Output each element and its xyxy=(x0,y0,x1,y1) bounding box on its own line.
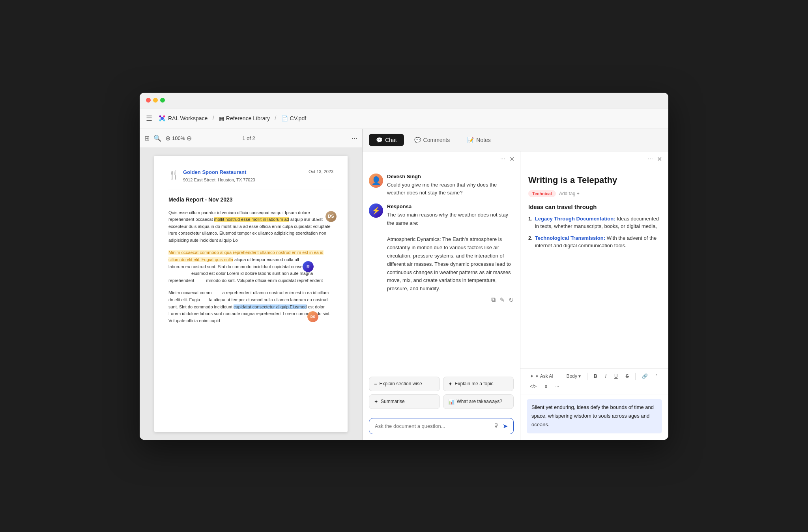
chat-close-icon[interactable]: ✕ xyxy=(509,155,514,163)
notes-tab-icon: 📝 xyxy=(467,137,474,143)
notes-header-icons: ··· ✕ xyxy=(648,155,662,163)
ai-response-body: Atmospheric Dynamics: The Earth's atmosp… xyxy=(387,236,511,291)
list-item-2-num: 2. xyxy=(528,234,533,250)
body-dropdown[interactable]: Body ▾ xyxy=(563,372,584,381)
pdf-date: Oct 13, 2023 xyxy=(309,168,333,175)
zoom-in-icon[interactable]: ⊕ xyxy=(165,134,170,142)
underline-btn[interactable]: U xyxy=(611,372,621,381)
pdf-search-icon[interactable]: 🔍 xyxy=(153,134,161,142)
list-btn[interactable]: ≡ xyxy=(541,382,550,391)
ref-lib-nav[interactable]: ▦ Reference Library xyxy=(219,115,270,121)
list-item-2-text: Technological Transmission: With the adv… xyxy=(535,234,660,250)
ask-ai-btn[interactable]: ✦ ✦ Ask AI xyxy=(527,372,557,381)
ai-message: ⚡ Responsa The two main reasons why the … xyxy=(369,203,514,304)
link-btn[interactable]: 🔗 xyxy=(639,372,651,381)
list-item-1: 1. Legacy Through Documentation: Ideas d… xyxy=(528,215,660,230)
suggest-takeaways-label: What are takeaways? xyxy=(457,399,502,404)
notes-more-icon[interactable]: ··· xyxy=(648,155,653,163)
zoom-out-icon[interactable]: ⊖ xyxy=(187,134,192,142)
strikethrough-btn[interactable]: S xyxy=(623,372,632,381)
suggest-takeaways[interactable]: 📊 What are takeaways? xyxy=(443,394,514,409)
pdf-para-2: Minim occaecat commodo aliqua reprehende… xyxy=(168,249,333,284)
close-button[interactable] xyxy=(146,98,151,103)
list-item-1-text: Legacy Through Documentation: Ideas docu… xyxy=(535,215,660,230)
suggest-summarise-label: Summarise xyxy=(381,399,405,404)
pdf-divider xyxy=(168,190,333,190)
quote-icon: " xyxy=(656,373,657,379)
refresh-action-icon[interactable]: ↻ xyxy=(509,296,514,304)
mic-icon[interactable]: 🎙 xyxy=(493,422,499,430)
technical-tag: Technical xyxy=(528,190,556,197)
titlebar xyxy=(140,93,668,108)
pdf-para-1: Quis esse cillum pariatur id veniam offi… xyxy=(168,209,333,244)
para1-highlight: mollit nostrud esse mollit in laborum ad xyxy=(214,217,289,222)
notes-highlighted-text: Silent yet enduring, ideas defy the boun… xyxy=(527,399,662,433)
italic-btn[interactable]: I xyxy=(602,372,610,381)
chat-more-icon[interactable]: ··· xyxy=(500,155,505,163)
notes-close-icon[interactable]: ✕ xyxy=(657,155,662,163)
notes-panel: ··· ✕ Writing is a Telepathy Technical A… xyxy=(520,151,668,440)
suggest-explain-section[interactable]: ≡ Explain section wise xyxy=(369,377,440,391)
chat-suggestions: ≡ Explain section wise ✦ Explain me a to… xyxy=(363,372,520,414)
suggest-explain-topic[interactable]: ✦ Explain me a topic xyxy=(443,377,514,391)
suggest-summarise-icon: ✦ xyxy=(374,399,378,405)
user-avatar-img: 👤 xyxy=(371,176,381,185)
copy-action-icon[interactable]: ⧉ xyxy=(491,296,496,304)
tab-notes[interactable]: 📝 Notes xyxy=(460,134,498,146)
maximize-button[interactable] xyxy=(160,98,165,103)
suggest-explain-topic-icon: ✦ xyxy=(448,381,453,387)
toolbar-more-btn[interactable]: ··· xyxy=(552,382,562,391)
tab-comments[interactable]: 💬 Comments xyxy=(407,134,457,146)
pdf-icon: 📄 xyxy=(281,115,288,121)
pdf-report-title: Media Report - Nov 2023 xyxy=(168,196,333,204)
para3-before: Minim occaecat comm xyxy=(168,290,211,295)
svg-point-3 xyxy=(159,119,161,121)
edit-action-icon[interactable]: ✎ xyxy=(499,296,505,304)
ai-message-actions: ⧉ ✎ ↻ xyxy=(387,296,514,304)
pdf-name-label: CV.pdf xyxy=(290,115,307,121)
legacy-link: Legacy Through Documentation: xyxy=(535,216,615,222)
svg-point-1 xyxy=(159,116,161,118)
minimize-button[interactable] xyxy=(153,98,158,103)
suggest-explain-topic-label: Explain me a topic xyxy=(455,381,494,386)
add-tag-btn[interactable]: Add tag + xyxy=(559,191,580,196)
body-label: Body xyxy=(567,373,577,379)
send-icon[interactable]: ➤ xyxy=(503,422,508,430)
underline-icon: U xyxy=(614,373,618,379)
notes-content: Writing is a Telepathy Technical Add tag… xyxy=(520,167,668,369)
chat-panel: ··· ✕ 👤 Devesh Singh Could you xyxy=(363,151,520,440)
ask-ai-label: ✦ Ask AI xyxy=(535,373,554,379)
pdf-nav[interactable]: 📄 CV.pdf xyxy=(281,115,307,121)
notes-toolbar: ✦ ✦ Ask AI Body ▾ B I xyxy=(520,368,668,394)
suggest-summarise[interactable]: ✦ Summarise xyxy=(369,394,440,409)
ask-ai-icon: ✦ xyxy=(530,373,534,379)
restaurant-info: 🍴 Golden Spoon Restaurant 9012 East Stre… xyxy=(168,168,255,183)
zoom-level: 100% xyxy=(172,135,185,141)
pdf-more-icon[interactable]: ··· xyxy=(352,134,357,142)
chat-input-field[interactable] xyxy=(375,423,490,429)
menu-icon[interactable]: ☰ xyxy=(146,114,152,123)
user-message: 👤 Devesh Singh Could you give me the rea… xyxy=(369,174,514,198)
toolbar-sep-1 xyxy=(560,373,560,380)
ai-avatar-icon: ⚡ xyxy=(372,206,380,215)
chat-input-box[interactable]: 🎙 ➤ xyxy=(369,418,514,434)
bold-btn[interactable]: B xyxy=(591,372,600,381)
navbar: ☰ RAL Workspace / ▦ Reference Library / … xyxy=(140,108,668,129)
notes-tab-label: Notes xyxy=(476,137,491,143)
ai-response-intro: The two main reasons why the weather doe… xyxy=(387,211,514,293)
nav-sep-2: / xyxy=(275,115,276,122)
pdf-content: 🍴 Golden Spoon Restaurant 9012 East Stre… xyxy=(140,148,362,440)
brand-name: RAL Workspace xyxy=(168,115,208,121)
strikethrough-icon: S xyxy=(626,373,629,379)
sidebar-toggle-icon[interactable]: ⊞ xyxy=(144,134,150,142)
bold-icon: B xyxy=(594,373,597,379)
comment-bubble-1: DS xyxy=(325,211,337,222)
pdf-toolbar-left: ⊞ 🔍 ⊕ 100% ⊖ xyxy=(144,134,192,142)
comment-bubble-3: DS xyxy=(307,311,318,322)
pdf-page: 🍴 Golden Spoon Restaurant 9012 East Stre… xyxy=(154,156,348,432)
code-btn[interactable]: </> xyxy=(527,382,540,391)
quote-btn[interactable]: " xyxy=(653,372,660,381)
tab-chat[interactable]: 💬 Chat xyxy=(369,134,404,146)
italic-icon: I xyxy=(605,373,606,379)
brand-icon xyxy=(159,115,166,122)
